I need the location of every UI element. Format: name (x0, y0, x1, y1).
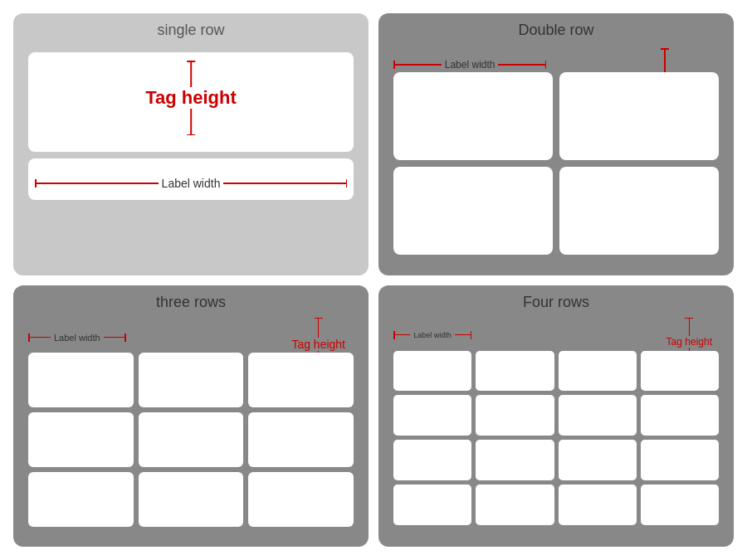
three-tag-height-label: Tag height (291, 338, 345, 351)
double-label-width-label: Label width (445, 59, 496, 71)
three-label-width-annotation: Label width (28, 333, 126, 343)
three-cell-9 (248, 472, 354, 527)
four-cell-1 (393, 351, 471, 392)
right-line (455, 334, 471, 336)
three-cell-7 (28, 472, 134, 527)
single-row-inner: Tag height Label width (22, 46, 360, 207)
right-cap (124, 334, 126, 342)
bottom-line (190, 109, 192, 134)
three-rows-inner: Label width Tag height (22, 318, 360, 533)
single-top-label: Tag height (28, 52, 354, 152)
double-cell-2 (559, 72, 719, 160)
three-cell-3 (248, 353, 354, 407)
right-line (498, 64, 544, 66)
four-cell-14 (476, 485, 554, 525)
four-cell-15 (559, 485, 637, 525)
top-line (318, 319, 320, 338)
double-cell-3 (393, 167, 553, 255)
single-label-width-label: Label width (162, 177, 221, 190)
four-tag-height-label: Tag height (666, 336, 712, 348)
single-tag-height-annotation: Tag height (145, 61, 237, 135)
left-line (395, 64, 442, 66)
four-cell-8 (641, 395, 719, 436)
top-line (190, 62, 192, 88)
double-grid (393, 72, 719, 255)
top-line (664, 50, 666, 73)
three-rows-panel: three rows Label width Tag height (13, 285, 369, 548)
four-cell-7 (559, 395, 637, 436)
four-cell-4 (641, 351, 719, 392)
four-cell-16 (641, 485, 719, 525)
four-rows-panel: Four rows Label width Tag height (378, 285, 734, 548)
single-row-panel: single row Tag height Label w (13, 13, 369, 275)
four-cell-5 (393, 395, 471, 436)
four-cell-9 (393, 440, 471, 480)
top-line (689, 319, 691, 336)
three-cell-6 (248, 412, 354, 467)
three-label-width-label: Label width (54, 333, 100, 343)
four-cell-6 (476, 395, 554, 436)
four-rows-title: Four rows (387, 294, 725, 311)
four-grid (393, 351, 719, 525)
three-cell-5 (139, 412, 244, 467)
left-line (395, 334, 411, 336)
three-cell-8 (139, 472, 244, 527)
four-label-width-label: Label width (413, 331, 452, 339)
right-cap (545, 61, 547, 69)
double-row-inner: Label width Tag height (387, 46, 725, 261)
right-line (104, 337, 124, 338)
double-label-width-annotation: Label width (393, 59, 546, 71)
left-line (30, 337, 51, 338)
left-line (37, 183, 159, 184)
four-cell-2 (476, 351, 554, 392)
three-cell-2 (139, 353, 244, 407)
four-label-width-annotation: Label width (393, 331, 471, 339)
double-cell-1 (393, 72, 553, 160)
four-rows-inner: Label width Tag height (387, 318, 725, 532)
main-grid: single row Tag height Label w (0, 0, 747, 560)
four-cell-11 (559, 440, 637, 480)
single-bottom-label: Label width (28, 158, 354, 200)
right-cap (346, 179, 348, 187)
double-cell-4 (559, 167, 719, 255)
four-cell-12 (641, 440, 719, 480)
three-cell-1 (28, 353, 134, 407)
four-cell-3 (559, 351, 637, 392)
three-grid (28, 353, 354, 527)
right-line (223, 183, 345, 184)
bottom-cap (187, 134, 195, 136)
four-cell-10 (476, 440, 554, 480)
single-label-width-annotation: Label width (35, 177, 347, 190)
three-rows-title: three rows (22, 294, 360, 311)
double-row-title: Double row (387, 22, 725, 39)
single-tag-height-label: Tag height (145, 87, 237, 109)
three-cell-4 (28, 412, 134, 467)
right-cap (471, 331, 472, 339)
four-cell-13 (393, 485, 471, 525)
double-row-panel: Double row Label width Tag height (378, 13, 734, 275)
single-row-title: single row (22, 22, 360, 39)
